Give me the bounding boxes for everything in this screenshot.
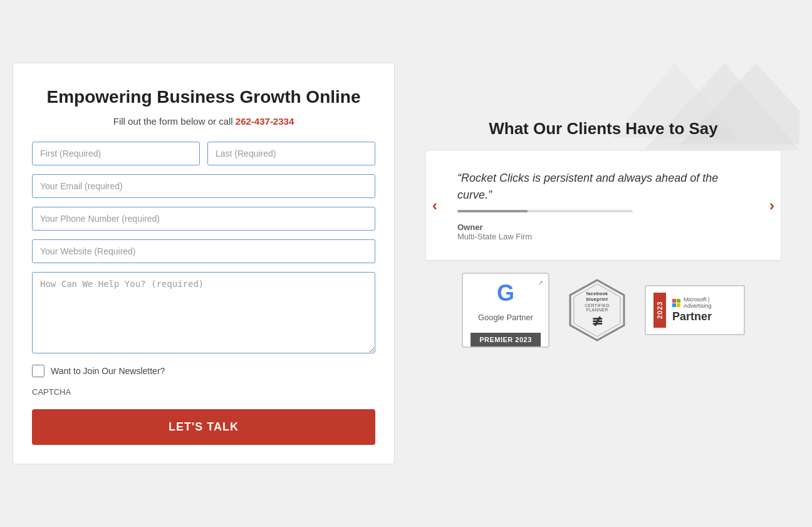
right-content: What Our Clients Have to Say ‹ “Rocket C… (426, 119, 781, 348)
carousel-prev-button[interactable]: ‹ (432, 198, 437, 213)
ms-brand-text: Microsoft | Advertising (684, 296, 736, 309)
facebook-blueprint-badge: facebook blueprint CERTIFIED PLANNER ≢ (560, 273, 635, 348)
testimonial-author-company: Multi-State Law Firm (457, 232, 749, 241)
fb-checkmark-icon: ≢ (591, 313, 603, 330)
google-premier-text: PREMIER 2023 (471, 333, 541, 347)
ms-logo-row: Microsoft | Advertising (672, 296, 736, 309)
first-name-input[interactable] (32, 142, 200, 165)
message-textarea[interactable] (32, 272, 375, 353)
ms-year-text: 2023 (653, 293, 666, 328)
name-row (32, 142, 375, 165)
phone-input[interactable] (32, 207, 375, 231)
newsletter-row: Want to Join Our Newsletter? (32, 365, 375, 377)
testimonial-card: ‹ “Rocket Clicks is persistent and alway… (426, 151, 781, 260)
subtitle-text: Fill out the form below or call (113, 116, 236, 127)
google-partner-badge: ↗ G Google Partner PREMIER 2023 (462, 273, 549, 348)
ms-partner-text: Partner (672, 310, 736, 323)
ms-sq-blue (672, 303, 676, 307)
website-input[interactable] (32, 239, 375, 263)
hexagon-container: facebook blueprint CERTIFIED PLANNER ≢ (566, 279, 628, 342)
fb-cert-planner-text: CERTIFIED PLANNER (575, 303, 619, 312)
fb-top-text: facebook blueprint (575, 291, 619, 302)
form-panel: Empowering Business Growth Online Fill o… (13, 63, 395, 464)
carousel-next-button[interactable]: › (769, 198, 774, 213)
submit-button[interactable]: LET'S TALK (32, 409, 375, 445)
ms-sq-yellow (677, 303, 680, 307)
external-link-icon: ↗ (538, 279, 543, 287)
testimonials-title: What Our Clients Have to Say (426, 119, 781, 138)
testimonial-indicator (457, 210, 633, 212)
microsoft-partner-badge: 2023 Microsoft | Advertising Partner (645, 285, 745, 335)
google-g-icon: G (497, 280, 514, 306)
phone-number[interactable]: 262-437-2334 (236, 116, 294, 127)
google-partner-text: Google Partner (478, 313, 533, 322)
testimonial-author-role: Owner (457, 222, 749, 232)
ms-sq-red (672, 299, 676, 303)
form-title: Empowering Business Growth Online (32, 86, 375, 108)
captcha-label: CAPTCHA (32, 387, 375, 397)
testimonial-quote: “Rocket Clicks is persistent and always … (457, 170, 749, 204)
last-name-input[interactable] (207, 142, 375, 165)
page-container: Empowering Business Growth Online Fill o… (13, 63, 799, 464)
right-panel: What Our Clients Have to Say ‹ “Rocket C… (395, 63, 799, 464)
ms-content: Microsoft | Advertising Partner (672, 296, 736, 323)
newsletter-checkbox[interactable] (32, 365, 44, 377)
form-subtitle: Fill out the form below or call 262-437-… (32, 116, 375, 127)
ms-squares-icon (672, 299, 681, 307)
badges-row: ↗ G Google Partner PREMIER 2023 facebook… (426, 273, 781, 348)
newsletter-label[interactable]: Want to Join Our Newsletter? (51, 366, 165, 376)
email-input[interactable] (32, 174, 375, 198)
ms-sq-green (677, 299, 680, 303)
